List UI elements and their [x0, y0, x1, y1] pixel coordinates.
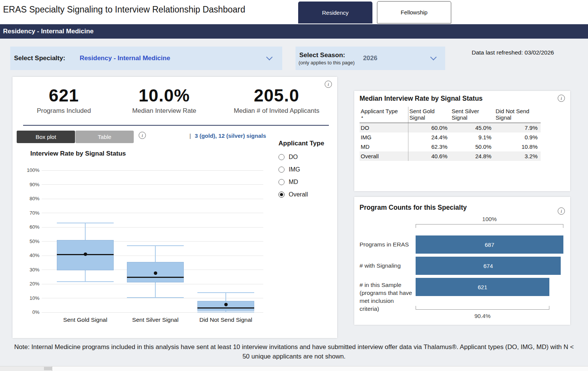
rate-value: 62.3%: [408, 142, 450, 151]
rate-value: 24.4%: [408, 132, 450, 142]
specialty-value: Residency - Internal Medicine: [80, 55, 170, 62]
gridline: [42, 298, 263, 298]
tab-box-plot[interactable]: Box plot: [17, 131, 75, 143]
boxplot-chart: 0%10%20%30%40%50%60%70%80%90%100%Sent Go…: [42, 170, 263, 312]
radio-circle-icon[interactable]: [278, 192, 285, 198]
radio-label: DO: [289, 154, 298, 161]
rate-value: 40.6%: [408, 151, 450, 161]
column-header-did-not-send-signal[interactable]: Did Not Send Signal: [494, 107, 541, 123]
bar-with-signaling[interactable]: 674: [416, 257, 561, 275]
season-dropdown[interactable]: Select Season: (only applies to this pag…: [296, 47, 445, 70]
applicant-type-filter: Applicant Type DOIMGMDOverall: [278, 140, 335, 203]
row-label: DO: [360, 123, 408, 133]
season-value: 2026: [363, 55, 377, 62]
kpi-value: 205.0: [222, 85, 332, 106]
y-axis-tick: 50%: [22, 238, 39, 244]
whisker-cap-bottom: [197, 312, 254, 312]
rate-value: 9.1%: [450, 132, 494, 142]
divider: [23, 125, 329, 126]
applicant-type-label: Applicant Type: [278, 140, 335, 147]
chevron-down-icon[interactable]: [266, 54, 273, 61]
tab-residency[interactable]: Residency: [298, 2, 372, 23]
upper-range-bracket: [416, 224, 563, 228]
whisker-cap-top: [57, 223, 114, 223]
column-header-sent-gold-signal[interactable]: Sent Gold Signal: [408, 107, 450, 123]
bottom-scrollbar[interactable]: [0, 366, 588, 371]
row-label: Overall: [360, 151, 408, 161]
separator: |: [189, 132, 191, 139]
radio-do[interactable]: DO: [278, 153, 335, 161]
column-header-sent-silver-signal[interactable]: Sent Silver Signal: [450, 107, 494, 123]
specialty-label: Select Specialty:: [14, 55, 65, 62]
median-rate-table-card: Median Interview Rate by Signal Status i…: [354, 91, 570, 191]
gridline: [42, 199, 263, 199]
upper-range-label: 100%: [416, 216, 563, 222]
sort-ascending-icon: ▲: [361, 115, 406, 118]
signal-status-table: Applicant Type▲Sent Gold SignalSent Silv…: [360, 107, 541, 161]
app-header: ERAS Specialty Signaling to Interview Re…: [0, 0, 588, 24]
footnote: Note: Internal Medicine programs include…: [0, 343, 588, 361]
tab-table[interactable]: Table: [75, 131, 134, 143]
rate-value: 24.8%: [450, 151, 494, 161]
y-axis-tick: 100%: [22, 167, 39, 173]
radio-circle-icon[interactable]: [278, 179, 285, 185]
gridline: [42, 213, 263, 213]
radio-circle-icon[interactable]: [278, 167, 285, 173]
category-label: Sent Gold Signal: [51, 316, 119, 323]
bar-label-programs-in-eras: Programs in ERAS: [360, 235, 415, 254]
category-label: Did Not Send Signal: [192, 316, 260, 323]
y-axis-tick: 20%: [22, 281, 39, 287]
median-line: [127, 277, 184, 278]
radio-img[interactable]: IMG: [278, 166, 335, 173]
category-label: Sent Silver Signal: [121, 316, 189, 323]
dashboard-page: ERAS Specialty Signaling to Interview Re…: [0, 0, 588, 371]
whisker-cap-bottom: [57, 281, 114, 282]
table-row-do[interactable]: DO60.0%45.0%7.9%: [360, 123, 541, 133]
y-axis-tick: 60%: [22, 224, 39, 230]
table-row-md[interactable]: MD62.3%50.0%10.8%: [360, 142, 541, 151]
radio-circle-icon[interactable]: [278, 154, 285, 160]
lower-range-label: 90.4%: [416, 313, 549, 319]
mean-dot: [154, 271, 157, 275]
rate-value: 60.0%: [408, 123, 450, 133]
y-axis-tick: 30%: [22, 267, 39, 273]
specialty-dropdown[interactable]: Select Specialty: Residency - Internal M…: [10, 47, 282, 70]
program-counts-bars: 687674621: [416, 235, 564, 300]
radio-label: MD: [289, 179, 298, 186]
y-axis-tick: 10%: [22, 295, 39, 301]
scrollbar-handle[interactable]: [44, 367, 52, 370]
median-line: [197, 307, 254, 309]
table-row-img[interactable]: IMG24.4%9.1%0.9%: [360, 132, 541, 142]
mean-dot: [84, 253, 87, 256]
season-label: Select Season:: [299, 51, 355, 59]
kpi-median-invited-applicants: 205.0 Median # of Invited Applicants: [222, 85, 332, 115]
kpi-median-interview-rate: 10.0% Median Interview Rate: [122, 85, 207, 115]
y-axis-tick: 90%: [22, 182, 39, 187]
gridline: [42, 184, 263, 185]
kpi-value: 10.0%: [122, 85, 207, 106]
row-label: IMG: [360, 132, 408, 142]
rate-value: 3.2%: [494, 151, 541, 161]
bar-label-with-signaling: # with Signaling: [360, 257, 415, 275]
info-icon[interactable]: i: [558, 95, 565, 102]
info-icon[interactable]: i: [139, 132, 146, 139]
data-refreshed-text: Data last refreshed: 03/02/2026: [472, 49, 554, 56]
kpi-value: 621: [23, 85, 105, 106]
table-row-overall[interactable]: Overall40.6%24.8%3.2%: [360, 151, 541, 161]
radio-overall[interactable]: Overall: [278, 191, 335, 198]
tab-fellowship[interactable]: Fellowship: [377, 1, 451, 23]
kpi-label: Programs Included: [23, 107, 105, 115]
info-icon[interactable]: i: [558, 207, 565, 215]
gridline: [42, 227, 263, 228]
radio-md[interactable]: MD: [278, 178, 335, 186]
kpi-programs-included: 621 Programs Included: [23, 85, 105, 115]
y-axis-tick: 80%: [22, 196, 39, 201]
rate-value: 7.9%: [494, 123, 541, 133]
rate-value: 0.9%: [494, 132, 541, 142]
bar-in-this-sample-programs-that-have-met-inclusion-criteria[interactable]: 621: [416, 278, 549, 296]
bar-label-in-this-sample-programs-that-have-met-inclusion-criteria: # in this Sample (programs that have met…: [360, 281, 415, 313]
season-sublabel: (only applies to this page): [299, 60, 355, 65]
bar-programs-in-eras[interactable]: 687: [416, 235, 563, 254]
chevron-down-icon[interactable]: [430, 54, 437, 61]
column-header-applicant-type[interactable]: Applicant Type▲: [360, 107, 408, 123]
